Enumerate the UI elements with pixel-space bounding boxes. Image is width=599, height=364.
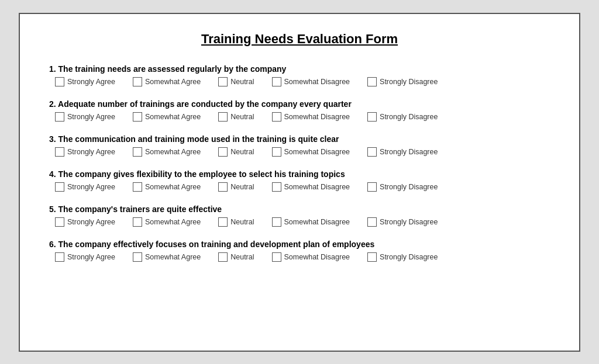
option-item-6-5: Strongly Disagree (367, 252, 438, 262)
question-text-5: 5. The company's trainers are quite effe… (49, 204, 550, 214)
option-label-6-1: Strongly Agree (67, 253, 115, 261)
option-item-6-4: Somewhat Disagree (272, 252, 350, 262)
option-item-6-3: Neutral (218, 252, 254, 262)
option-label-1-2: Somewhat Agree (145, 78, 201, 86)
options-row-3: Strongly AgreeSomewhat AgreeNeutralSomew… (55, 147, 550, 157)
checkbox-3-1[interactable] (55, 147, 64, 157)
checkbox-3-2[interactable] (133, 147, 142, 157)
option-label-5-3: Neutral (230, 218, 254, 226)
checkbox-1-2[interactable] (133, 77, 142, 86)
option-label-4-1: Strongly Agree (67, 183, 115, 191)
checkbox-4-2[interactable] (133, 182, 142, 192)
checkbox-6-5[interactable] (367, 252, 377, 262)
option-label-3-3: Neutral (230, 148, 254, 156)
checkbox-5-1[interactable] (55, 217, 64, 227)
option-label-5-4: Somewhat Disagree (284, 218, 350, 226)
checkbox-6-1[interactable] (55, 252, 64, 262)
checkbox-5-5[interactable] (367, 217, 377, 227)
option-item-4-5: Strongly Disagree (367, 182, 438, 192)
option-label-1-4: Somewhat Disagree (284, 78, 350, 86)
checkbox-4-1[interactable] (55, 182, 64, 192)
option-label-3-4: Somewhat Disagree (284, 148, 350, 156)
option-item-1-1: Strongly Agree (55, 77, 115, 86)
checkbox-1-3[interactable] (218, 77, 228, 86)
option-item-3-1: Strongly Agree (55, 147, 115, 157)
question-text-4: 4. The company gives flexibility to the … (49, 169, 550, 179)
checkbox-2-1[interactable] (55, 112, 64, 122)
question-block-4: 4. The company gives flexibility to the … (49, 169, 550, 192)
question-block-1: 1. The training needs are assessed regul… (49, 64, 550, 86)
option-item-5-2: Somewhat Agree (133, 217, 201, 227)
option-label-2-5: Strongly Disagree (380, 113, 438, 121)
option-label-2-1: Strongly Agree (67, 113, 115, 121)
checkbox-5-3[interactable] (218, 217, 228, 227)
option-label-4-4: Somewhat Disagree (284, 183, 350, 191)
option-item-4-3: Neutral (218, 182, 254, 192)
option-item-2-1: Strongly Agree (55, 112, 115, 122)
option-item-3-5: Strongly Disagree (367, 147, 438, 157)
option-item-2-3: Neutral (218, 112, 254, 122)
option-item-1-4: Somewhat Disagree (272, 77, 350, 86)
option-label-5-1: Strongly Agree (67, 218, 115, 226)
form-container: Training Needs Evaluation Form 1. The tr… (19, 13, 580, 352)
form-title: Training Needs Evaluation Form (49, 32, 550, 47)
option-item-3-3: Neutral (218, 147, 254, 157)
option-item-5-3: Neutral (218, 217, 254, 227)
checkbox-3-5[interactable] (367, 147, 377, 157)
checkbox-1-5[interactable] (367, 77, 377, 86)
checkbox-3-4[interactable] (272, 147, 281, 157)
checkbox-2-2[interactable] (133, 112, 142, 122)
option-label-3-2: Somewhat Agree (145, 148, 201, 156)
checkbox-2-3[interactable] (218, 112, 228, 122)
option-label-3-5: Strongly Disagree (380, 148, 438, 156)
option-item-5-5: Strongly Disagree (367, 217, 438, 227)
question-block-2: 2. Adequate number of trainings are cond… (49, 99, 550, 122)
question-text-2: 2. Adequate number of trainings are cond… (49, 99, 550, 109)
option-item-5-1: Strongly Agree (55, 217, 115, 227)
options-row-2: Strongly AgreeSomewhat AgreeNeutralSomew… (55, 112, 550, 122)
option-label-6-2: Somewhat Agree (145, 253, 201, 261)
question-block-3: 3. The communication and training mode u… (49, 134, 550, 157)
checkbox-3-3[interactable] (218, 147, 228, 157)
question-text-3: 3. The communication and training mode u… (49, 134, 550, 144)
checkbox-1-4[interactable] (272, 77, 281, 86)
checkbox-5-4[interactable] (272, 217, 281, 227)
option-label-6-4: Somewhat Disagree (284, 253, 350, 261)
option-item-4-1: Strongly Agree (55, 182, 115, 192)
option-item-1-2: Somewhat Agree (133, 77, 201, 86)
option-item-5-4: Somewhat Disagree (272, 217, 350, 227)
option-label-4-2: Somewhat Agree (145, 183, 201, 191)
option-label-4-5: Strongly Disagree (380, 183, 438, 191)
option-label-5-5: Strongly Disagree (380, 218, 438, 226)
option-item-4-2: Somewhat Agree (133, 182, 201, 192)
option-item-3-4: Somewhat Disagree (272, 147, 350, 157)
checkbox-4-3[interactable] (218, 182, 228, 192)
option-label-6-5: Strongly Disagree (380, 253, 438, 261)
question-block-5: 5. The company's trainers are quite effe… (49, 204, 550, 227)
checkbox-4-4[interactable] (272, 182, 281, 192)
options-row-1: Strongly AgreeSomewhat AgreeNeutralSomew… (55, 77, 550, 86)
option-label-3-1: Strongly Agree (67, 148, 115, 156)
option-item-2-4: Somewhat Disagree (272, 112, 350, 122)
option-item-1-3: Neutral (218, 77, 254, 86)
checkbox-4-5[interactable] (367, 182, 377, 192)
option-label-2-2: Somewhat Agree (145, 113, 201, 121)
checkbox-6-3[interactable] (218, 252, 228, 262)
checkbox-6-2[interactable] (133, 252, 142, 262)
option-label-5-2: Somewhat Agree (145, 218, 201, 226)
checkbox-5-2[interactable] (133, 217, 142, 227)
question-text-6: 6. The company effectively focuses on tr… (49, 240, 550, 249)
question-block-6: 6. The company effectively focuses on tr… (49, 240, 550, 262)
option-item-2-5: Strongly Disagree (367, 112, 438, 122)
checkbox-6-4[interactable] (272, 252, 281, 262)
option-item-6-2: Somewhat Agree (133, 252, 201, 262)
option-label-2-3: Neutral (230, 113, 254, 121)
checkbox-2-4[interactable] (272, 112, 281, 122)
option-label-1-3: Neutral (230, 78, 254, 86)
options-row-4: Strongly AgreeSomewhat AgreeNeutralSomew… (55, 182, 550, 192)
option-item-1-5: Strongly Disagree (367, 77, 438, 86)
option-item-6-1: Strongly Agree (55, 252, 115, 262)
option-item-3-2: Somewhat Agree (133, 147, 201, 157)
checkbox-1-1[interactable] (55, 77, 64, 86)
checkbox-2-5[interactable] (367, 112, 377, 122)
